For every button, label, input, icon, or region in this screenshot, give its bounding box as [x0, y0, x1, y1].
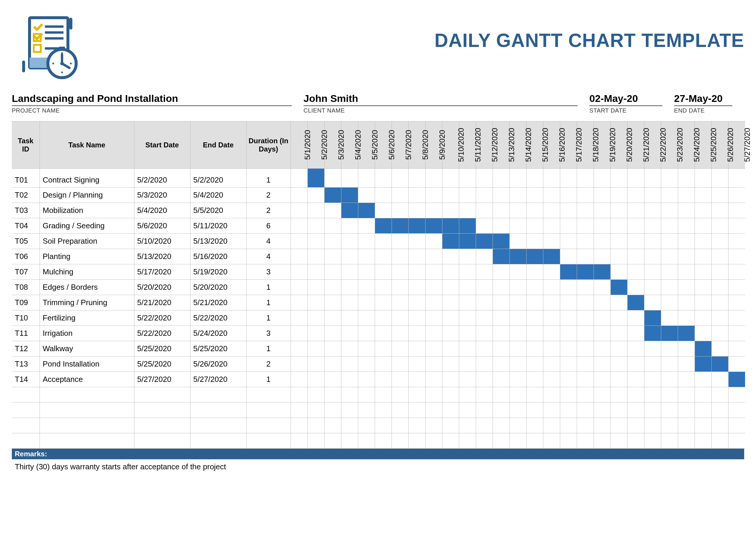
gantt-cell	[543, 249, 560, 264]
gantt-cell	[712, 341, 728, 357]
gantt-cell	[358, 188, 375, 203]
task-name: Mobilization	[40, 203, 134, 218]
gantt-cell	[694, 264, 712, 280]
gantt-cell	[610, 326, 627, 341]
gantt-cell	[493, 341, 509, 357]
gantt-cell	[712, 203, 728, 218]
gantt-cell	[476, 372, 493, 387]
gantt-cell	[644, 234, 661, 249]
gantt-cell	[678, 418, 694, 433]
task-name: Walkway	[40, 341, 134, 357]
gantt-cell	[712, 310, 728, 326]
gantt-cell	[560, 234, 577, 249]
task-start: 5/10/2020	[134, 234, 190, 249]
gantt-cell	[543, 169, 560, 188]
gantt-cell	[594, 280, 610, 295]
gantt-cell	[678, 218, 694, 234]
gantt-cell	[526, 418, 543, 433]
table-row: T03Mobilization5/4/20205/5/20202	[12, 203, 745, 218]
gantt-cell	[543, 310, 560, 326]
gantt-cell	[392, 372, 408, 387]
gantt-cell	[560, 280, 577, 295]
gantt-cell	[375, 387, 392, 403]
gantt-cell	[308, 387, 324, 403]
gantt-cell	[493, 403, 509, 418]
gantt-cell	[425, 188, 442, 203]
gantt-cell	[728, 403, 745, 418]
task-name: Irrigation	[40, 326, 134, 341]
gantt-cell	[308, 403, 324, 418]
gantt-cell	[442, 372, 459, 387]
gantt-cell	[408, 218, 425, 234]
table-row: T09Trimming / Pruning5/21/20205/21/20201	[12, 295, 745, 310]
gantt-cell	[694, 341, 712, 357]
gantt-cell	[661, 326, 678, 341]
task-duration: 2	[246, 188, 291, 203]
gantt-cell	[493, 357, 509, 372]
gantt-cell	[442, 357, 459, 372]
gantt-cell	[509, 280, 526, 295]
gantt-cell	[694, 372, 712, 387]
gantt-cell	[358, 418, 375, 433]
gantt-cell	[324, 295, 341, 310]
task-id: T05	[12, 234, 40, 249]
task-start: 5/25/2020	[134, 341, 190, 357]
gantt-cell	[728, 169, 745, 188]
gantt-cell	[560, 295, 577, 310]
gantt-cell	[392, 203, 408, 218]
gantt-cell	[560, 264, 577, 280]
gantt-cell	[358, 403, 375, 418]
task-end: 5/24/2020	[190, 326, 246, 341]
gantt-cell	[308, 326, 324, 341]
gantt-cell	[324, 280, 341, 295]
gantt-cell	[392, 249, 408, 264]
gantt-cell	[375, 218, 392, 234]
table-row	[12, 403, 745, 418]
gantt-cell	[375, 280, 392, 295]
gantt-cell	[493, 280, 509, 295]
gantt-cell	[594, 234, 610, 249]
empty-cell	[12, 418, 40, 433]
gantt-cell	[425, 218, 442, 234]
gantt-cell	[392, 418, 408, 433]
gantt-cell	[594, 218, 610, 234]
task-duration: 6	[246, 218, 291, 234]
gantt-cell	[712, 433, 728, 449]
empty-cell	[190, 433, 246, 449]
gantt-cell	[392, 433, 408, 449]
gantt-cell	[324, 249, 341, 264]
gantt-cell	[644, 218, 661, 234]
gantt-cell	[560, 357, 577, 372]
table-row: T10Fertilizing5/22/20205/22/20201	[12, 310, 745, 326]
gantt-cell	[627, 357, 644, 372]
gantt-cell	[425, 387, 442, 403]
gantt-cell	[694, 188, 712, 203]
gantt-cell	[644, 169, 661, 188]
gantt-cell	[308, 280, 324, 295]
gantt-cell	[627, 387, 644, 403]
gantt-cell	[291, 372, 308, 387]
gantt-cell	[577, 218, 594, 234]
gantt-cell	[644, 357, 661, 372]
project-name-label: PROJECT NAME	[12, 106, 292, 114]
gantt-cell	[712, 234, 728, 249]
gantt-cell	[526, 433, 543, 449]
gantt-cell	[644, 295, 661, 310]
gantt-cell	[425, 372, 442, 387]
gantt-cell	[694, 203, 712, 218]
empty-cell	[134, 418, 190, 433]
table-row	[12, 387, 745, 403]
gantt-cell	[610, 372, 627, 387]
gantt-cell	[341, 280, 358, 295]
gantt-cell	[644, 326, 661, 341]
gantt-cell	[392, 295, 408, 310]
empty-cell	[190, 418, 246, 433]
gantt-cell	[509, 310, 526, 326]
gantt-cell	[712, 387, 728, 403]
gantt-cell	[509, 264, 526, 280]
gantt-cell	[610, 403, 627, 418]
gantt-cell	[712, 372, 728, 387]
task-start: 5/13/2020	[134, 249, 190, 264]
gantt-cell	[324, 310, 341, 326]
task-end: 5/4/2020	[190, 188, 246, 203]
